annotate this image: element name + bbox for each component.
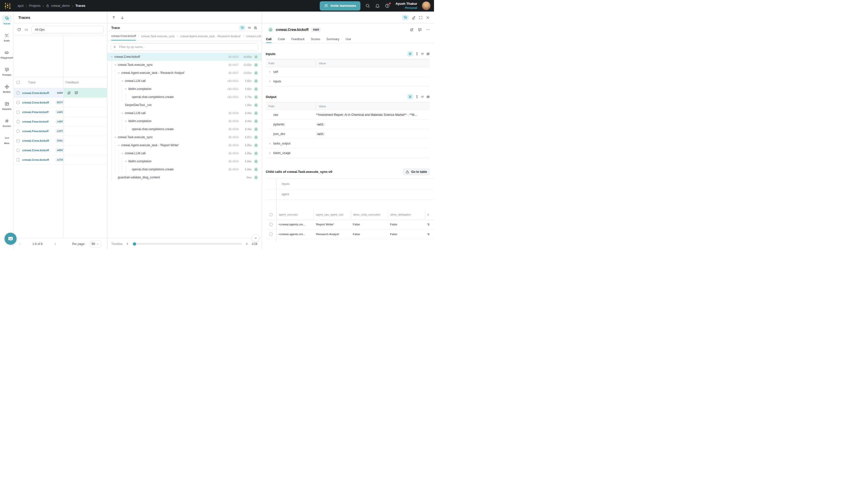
row-checkbox[interactable] (270, 223, 273, 226)
trace-link[interactable]: crewai.Crew.kickoff (22, 158, 49, 161)
timeline-slider-knob[interactable] (133, 242, 136, 245)
notifications-bell-icon[interactable] (375, 3, 380, 8)
next-page-button[interactable] (53, 242, 57, 245)
help-icon[interactable] (385, 3, 390, 8)
select-all-checkbox[interactable] (16, 81, 20, 84)
child-call-row[interactable]: <crewai.agents.cre... 'Report Writer' Fa… (266, 220, 434, 229)
column-header[interactable]: b (425, 209, 434, 219)
row-checkbox[interactable] (16, 158, 20, 161)
timeline-prev-button[interactable] (126, 242, 129, 245)
output-row-tasks-output[interactable]: tasks_output (266, 139, 430, 148)
table-row[interactable]: crewai.Flow.kickoff eab1 (14, 107, 107, 117)
close-icon[interactable] (426, 15, 430, 20)
stack-crumb[interactable]: crewai.LLM.cal (246, 35, 261, 38)
code-view-button[interactable] (248, 26, 251, 30)
detail-tab[interactable]: Call (266, 36, 272, 43)
chevron-down-icon[interactable] (125, 88, 128, 90)
trace-tree-row[interactable]: crewai.LLM.call $0.0006 9.40s (107, 109, 261, 117)
trace-tree-row[interactable]: openai.chat.completions.create <$0.0001 … (107, 93, 261, 101)
output-row-raw[interactable]: raw **Investment Report: AI in Chemical … (266, 110, 430, 120)
prev-trace-arrow-up-icon[interactable] (112, 15, 116, 20)
per-page-select[interactable]: 50 (90, 241, 101, 247)
trace-tree-row[interactable]: litellm.completion <$0.0001 2.82s (107, 85, 261, 93)
column-settings-button[interactable] (24, 28, 28, 32)
group-row-agent[interactable]: agent (266, 189, 434, 199)
row-checkbox[interactable] (16, 92, 20, 95)
sidebar-item-prompts[interactable]: Prompts (2, 66, 12, 76)
table-row[interactable]: crewai.Crew.kickoff e058 (14, 145, 107, 155)
trace-tree-row[interactable]: guardrail-validate_blog_content 0ms (107, 173, 261, 181)
chevron-down-icon[interactable] (114, 63, 118, 66)
row-checkbox[interactable] (16, 120, 20, 123)
trace-tree-row[interactable]: openai.chat.completions.create $0.0006 9… (107, 125, 261, 133)
row-checkbox[interactable] (16, 101, 20, 104)
chevron-down-icon[interactable] (125, 160, 128, 162)
sidebar-item-models[interactable]: Models (2, 83, 12, 93)
table-row[interactable]: crewai.Crew.kickoff 316c (14, 136, 107, 145)
next-trace-arrow-down-icon[interactable] (120, 15, 124, 20)
detail-tab[interactable]: Scores (311, 36, 320, 43)
chevron-down-icon[interactable] (114, 136, 118, 138)
column-header[interactable]: allow_delegation (388, 209, 425, 219)
detail-tab[interactable]: Feedback (292, 36, 305, 43)
chevron-down-icon[interactable] (117, 144, 121, 146)
input-row-inputs[interactable]: inputs (266, 77, 430, 86)
tree-view-toggle-button[interactable] (402, 15, 409, 20)
chevron-right-icon[interactable] (269, 80, 271, 83)
output-row-pydantic[interactable]: pydantic null (266, 120, 430, 129)
select-all-checkbox[interactable] (270, 213, 273, 216)
trace-tree-row[interactable]: crewai.Agent.execute_task - 'Report Writ… (107, 141, 261, 149)
stack-crumb[interactable]: crewai.Task.execute_sync (141, 35, 175, 38)
prev-page-button[interactable] (18, 242, 22, 245)
invite-teammates-button[interactable]: Invite teammates (320, 1, 360, 11)
column-header[interactable]: allow_code_execution (351, 209, 388, 219)
user-menu[interactable]: Ayush Thakur Personal (396, 2, 417, 10)
breadcrumb-entity[interactable]: ayut (17, 4, 24, 8)
row-checkbox[interactable] (270, 233, 273, 236)
detail-tab[interactable]: Use (346, 36, 351, 43)
stack-crumb[interactable]: crewai.Agent.execute_task - 'Research An… (180, 35, 241, 38)
row-checkbox[interactable] (16, 111, 20, 113)
row-checkbox[interactable] (16, 149, 20, 152)
sidebar-item-datasets[interactable]: Datasets (2, 100, 12, 110)
avatar[interactable] (422, 1, 431, 10)
chevron-right-icon[interactable] (269, 71, 271, 73)
collapse-timeline-button[interactable] (252, 234, 259, 242)
list-view-button[interactable] (407, 94, 413, 99)
table-row[interactable]: crewai.Flow.kickoff c59f (14, 117, 107, 126)
tree-view-button[interactable] (239, 25, 245, 31)
trace-tree-row[interactable]: crewai.LLM.call <$0.0001 2.82s (107, 77, 261, 85)
support-chat-button[interactable] (4, 233, 16, 245)
trace-tree-row[interactable]: openai.chat.completions.create $0.0003 5… (107, 165, 261, 173)
chevron-down-icon[interactable] (111, 56, 114, 58)
add-reaction-icon[interactable] (410, 28, 414, 32)
go-to-table-button[interactable]: Go to table (402, 168, 430, 175)
comment-icon[interactable] (418, 28, 422, 32)
detail-tab[interactable]: Code (278, 36, 285, 43)
code-view-button[interactable] (421, 95, 424, 98)
child-call-row[interactable]: <crewai.agents.cre... 'Research Analyst'… (266, 229, 434, 239)
trace-tree-row[interactable]: crewai.Task.execute_sync $0.0007 13.92s (107, 61, 261, 69)
stack-crumb[interactable]: crewai.Crew.kickoff (111, 32, 136, 40)
table-row[interactable]: crewai.Flow.kickoff c5ff (14, 126, 107, 136)
output-row-json-dict[interactable]: json_dict null (266, 129, 430, 139)
chevron-right-icon[interactable] (269, 152, 271, 154)
sidebar-item-traces[interactable]: Traces (2, 15, 12, 25)
timeline-next-button[interactable] (245, 242, 248, 245)
call-id-badge[interactable]: 9d89 (311, 27, 321, 32)
code-view-button[interactable] (421, 52, 424, 56)
table-row[interactable]: crewai.Crew.kickoff 9d89 (14, 88, 107, 98)
hide-values-eye-icon[interactable] (426, 52, 430, 56)
chevron-down-icon[interactable] (121, 80, 125, 82)
chevron-down-icon[interactable] (117, 72, 121, 74)
table-row[interactable]: crewai.Crew.kickoff a17d (14, 155, 107, 165)
search-icon[interactable] (365, 3, 370, 8)
trace-tree-row[interactable]: litellm.completion $0.0003 5.84s (107, 157, 261, 165)
trace-tree-row[interactable]: crewai.LLM.call $0.0003 5.85s (107, 149, 261, 157)
trace-tree-row[interactable]: crewai.Agent.execute_task - 'Research An… (107, 69, 261, 77)
op-filter-input[interactable] (119, 45, 256, 49)
add-reaction-icon[interactable] (67, 91, 71, 95)
timeline-slider[interactable] (132, 243, 242, 245)
fullscreen-expand-icon[interactable] (419, 15, 423, 20)
sidebar-item-more[interactable]: More (2, 135, 12, 145)
